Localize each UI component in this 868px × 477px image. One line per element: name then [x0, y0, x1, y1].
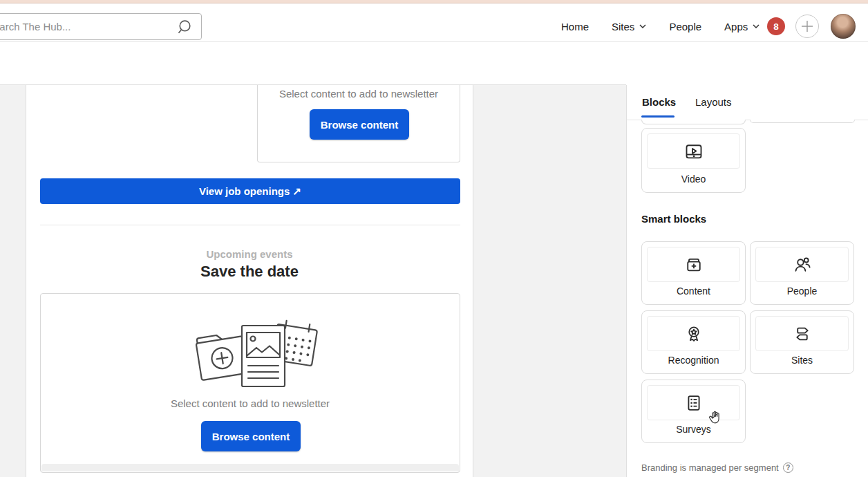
- block-card-partial[interactable]: [750, 120, 855, 123]
- global-search[interactable]: [0, 13, 202, 40]
- cursor-hand-icon: [708, 410, 722, 426]
- block-card-partial[interactable]: [641, 120, 746, 124]
- search-input[interactable]: [0, 14, 153, 39]
- content-placeholder-block-events[interactable]: Select content to add to newsletter Brow…: [40, 293, 460, 473]
- video-icon: [684, 142, 704, 161]
- tab-layouts[interactable]: Layouts: [695, 96, 732, 108]
- block-card-content[interactable]: Content: [641, 241, 746, 305]
- plus-icon: [800, 19, 814, 33]
- block-card-sites[interactable]: Sites: [750, 310, 854, 374]
- placeholder-prompt: Select content to add to newsletter: [41, 398, 460, 409]
- people-icon: [793, 255, 812, 274]
- next-block-edge: [41, 464, 459, 471]
- content-placeholder-block-top[interactable]: Select content to add to newsletter Brow…: [257, 85, 460, 162]
- app-header: Home Sites People Apps 8: [0, 4, 868, 42]
- main-nav: Home Sites People Apps: [561, 21, 760, 32]
- section-divider: [40, 225, 460, 225]
- browse-content-button[interactable]: Browse content: [201, 421, 301, 451]
- nav-sites[interactable]: Sites: [612, 21, 646, 32]
- content-illustration-icon: [181, 310, 321, 392]
- content-icon: [684, 255, 704, 274]
- nav-apps[interactable]: Apps: [724, 21, 760, 32]
- blocks-panel: Blocks Layouts Video Smart blocks: [626, 85, 868, 477]
- newsletter-editor-screen: Home Sites People Apps 8 name Preview Sa…: [0, 0, 868, 477]
- block-label: People: [751, 286, 853, 297]
- browse-content-button[interactable]: Browse content: [310, 109, 409, 140]
- placeholder-prompt: Select content to add to newsletter: [258, 88, 460, 100]
- block-card-surveys[interactable]: Surveys: [641, 380, 746, 443]
- block-card-video[interactable]: Video: [641, 128, 746, 193]
- search-icon[interactable]: [176, 19, 193, 36]
- create-button[interactable]: [795, 15, 819, 38]
- nav-home[interactable]: Home: [561, 21, 589, 32]
- chevron-down-icon: [639, 24, 646, 29]
- surveys-icon: [684, 393, 704, 413]
- block-label: Recognition: [642, 355, 745, 366]
- recognition-icon: [684, 324, 704, 344]
- browser-top-strip: [0, 0, 868, 3]
- nav-people[interactable]: People: [669, 21, 701, 32]
- block-label: Sites: [751, 355, 853, 366]
- branding-note: Branding is managed per segment ?: [641, 462, 793, 473]
- notification-badge[interactable]: 8: [767, 17, 785, 35]
- editor-toolbar: name Preview Save Next: [0, 42, 868, 85]
- user-avatar[interactable]: [831, 14, 856, 39]
- view-job-openings-button[interactable]: View job openings ↗: [40, 178, 460, 204]
- newsletter-canvas[interactable]: Select content to add to newsletter Brow…: [26, 85, 473, 477]
- tab-blocks[interactable]: Blocks: [642, 96, 676, 108]
- events-title: Save the date: [26, 263, 473, 281]
- block-label: Surveys: [642, 424, 745, 435]
- block-label: Video: [642, 174, 745, 185]
- sites-icon: [793, 324, 812, 344]
- smart-blocks-heading: Smart blocks: [641, 213, 706, 225]
- block-card-people[interactable]: People: [750, 241, 854, 305]
- events-eyebrow: Upcoming events: [26, 248, 473, 260]
- help-icon[interactable]: ?: [783, 462, 793, 473]
- chevron-down-icon: [753, 24, 760, 29]
- active-tab-indicator: [641, 115, 674, 118]
- block-card-recognition[interactable]: Recognition: [641, 310, 746, 374]
- block-label: Content: [642, 286, 745, 297]
